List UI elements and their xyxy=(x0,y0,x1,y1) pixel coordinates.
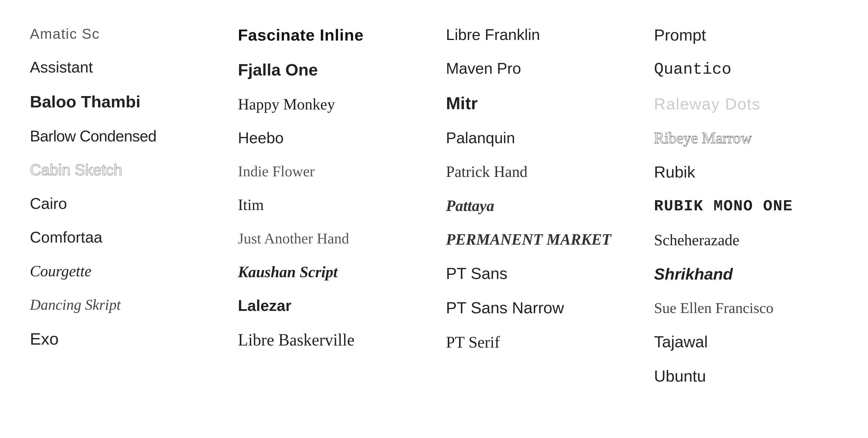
font-item-libre-franklin[interactable]: Libre Franklin xyxy=(440,18,636,52)
font-item-lalezar[interactable]: Lalezar xyxy=(232,289,428,323)
font-item-raleway-dots[interactable]: Raleway Dots xyxy=(648,87,844,121)
font-label-pattaya: Pattaya xyxy=(446,197,494,214)
font-item-permanent-market[interactable]: Permanent Market xyxy=(440,223,636,256)
font-item-prompt[interactable]: Prompt xyxy=(648,18,844,52)
font-item-rubik-mono-one[interactable]: RUBIK MONO ONE xyxy=(648,190,844,223)
font-item-fjalla-one[interactable]: Fjalla One xyxy=(232,52,428,88)
font-item-assistant[interactable]: Assistant xyxy=(24,50,220,84)
font-label-indie-flower: Indie Flower xyxy=(238,163,315,180)
font-label-fascinate-inline: Fascinate Inline xyxy=(238,26,364,44)
font-item-pt-serif[interactable]: PT Serif xyxy=(440,325,636,360)
font-item-dancing-skript[interactable]: Dancing Skript xyxy=(24,288,220,321)
font-label-baloo-thambi: Baloo Thambi xyxy=(30,93,141,111)
font-item-cabin-sketch[interactable]: Cabin Sketch xyxy=(24,153,220,187)
font-label-just-another-hand: Just Another Hand xyxy=(238,230,349,247)
font-item-shrikhand[interactable]: Shrikhand xyxy=(648,257,844,291)
font-item-rubik[interactable]: Rubik xyxy=(648,155,844,189)
font-label-amatic-sc: Amatic Sc xyxy=(30,26,100,42)
column-2: Fascinate InlineFjalla OneHappy MonkeyHe… xyxy=(232,18,428,393)
font-item-sue-ellen-francisco[interactable]: Sue Ellen Francisco xyxy=(648,292,844,325)
font-label-pt-sans: PT Sans xyxy=(446,265,507,282)
font-label-barlow-condensed: Barlow Condensed xyxy=(30,128,156,145)
font-label-pt-sans-narrow: PT Sans Narrow xyxy=(446,299,564,316)
font-label-kaushan-script: Kaushan Script xyxy=(238,264,338,280)
column-3: Libre FranklinMaven ProMitrPalanquinPatr… xyxy=(440,18,636,393)
font-item-libre-baskerville[interactable]: Libre Baskerville xyxy=(232,323,428,358)
font-item-indie-flower[interactable]: Indie Flower xyxy=(232,155,428,188)
font-label-ubuntu: Ubuntu xyxy=(654,367,706,385)
font-label-sue-ellen-francisco: Sue Ellen Francisco xyxy=(654,300,774,316)
font-item-heebo[interactable]: Heebo xyxy=(232,121,428,155)
font-item-just-another-hand[interactable]: Just Another Hand xyxy=(232,222,428,255)
font-label-prompt: Prompt xyxy=(654,26,706,44)
font-item-ribeye-marrow[interactable]: Ribeye Marrow xyxy=(648,121,844,155)
font-item-mitr[interactable]: Mitr xyxy=(440,85,636,121)
font-label-heebo: Heebo xyxy=(238,130,284,146)
font-label-happy-monkey: Happy Monkey xyxy=(238,96,335,113)
font-label-quantico: Quantico xyxy=(654,61,732,78)
font-item-ubuntu[interactable]: Ubuntu xyxy=(648,359,844,393)
font-label-libre-franklin: Libre Franklin xyxy=(446,26,540,43)
font-label-assistant: Assistant xyxy=(30,59,93,76)
font-label-palanquin: Palanquin xyxy=(446,130,515,146)
font-item-fascinate-inline[interactable]: Fascinate Inline xyxy=(232,18,428,52)
font-label-pt-serif: PT Serif xyxy=(446,334,500,351)
font-label-lalezar: Lalezar xyxy=(238,297,291,314)
font-label-tajawal: Tajawal xyxy=(654,333,708,350)
column-1: Amatic ScAssistantBaloo ThambiBarlow Con… xyxy=(24,18,220,393)
font-label-permanent-market: Permanent Market xyxy=(446,231,611,248)
font-label-patrick-hand: Patrick Hand xyxy=(446,163,527,180)
font-item-pt-sans[interactable]: PT Sans xyxy=(440,256,636,291)
font-item-exo[interactable]: Exo xyxy=(24,321,220,357)
font-label-raleway-dots: Raleway Dots xyxy=(654,95,761,113)
font-item-comfortaa[interactable]: Comfortaa xyxy=(24,221,220,254)
font-item-patrick-hand[interactable]: Patrick Hand xyxy=(440,155,636,189)
font-item-pattaya[interactable]: Pattaya xyxy=(440,189,636,223)
font-item-itim[interactable]: Itim xyxy=(232,188,428,222)
font-label-fjalla-one: Fjalla One xyxy=(238,61,318,79)
font-item-tajawal[interactable]: Tajawal xyxy=(648,325,844,359)
font-item-barlow-condensed[interactable]: Barlow Condensed xyxy=(24,119,220,153)
font-label-exo: Exo xyxy=(30,330,59,348)
font-label-ribeye-marrow: Ribeye Marrow xyxy=(654,130,752,146)
font-label-rubik: Rubik xyxy=(654,163,695,181)
font-label-mitr: Mitr xyxy=(446,94,477,113)
font-label-dancing-skript: Dancing Skript xyxy=(30,297,121,313)
font-item-pt-sans-narrow[interactable]: PT Sans Narrow xyxy=(440,291,636,325)
font-item-palanquin[interactable]: Palanquin xyxy=(440,121,636,155)
font-label-libre-baskerville: Libre Baskerville xyxy=(238,331,354,349)
font-label-cabin-sketch: Cabin Sketch xyxy=(30,161,122,178)
font-label-comfortaa: Comfortaa xyxy=(30,229,102,246)
font-label-itim: Itim xyxy=(238,196,264,213)
font-item-scheherazade[interactable]: Scheherazade xyxy=(648,223,844,257)
font-label-scheherazade: Scheherazade xyxy=(654,232,740,248)
column-4: PromptQuanticoRaleway DotsRibeye MarrowR… xyxy=(648,18,844,393)
font-label-maven-pro: Maven Pro xyxy=(446,60,521,77)
font-item-happy-monkey[interactable]: Happy Monkey xyxy=(232,88,428,121)
font-item-maven-pro[interactable]: Maven Pro xyxy=(440,52,636,85)
font-item-courgette[interactable]: Courgette xyxy=(24,254,220,288)
font-item-quantico[interactable]: Quantico xyxy=(648,52,844,87)
font-grid: Amatic ScAssistantBaloo ThambiBarlow Con… xyxy=(0,0,868,411)
font-label-shrikhand: Shrikhand xyxy=(654,265,733,283)
font-label-rubik-mono-one: RUBIK MONO ONE xyxy=(654,198,793,215)
font-label-courgette: Courgette xyxy=(30,263,91,279)
font-item-baloo-thambi[interactable]: Baloo Thambi xyxy=(24,84,220,119)
font-item-amatic-sc[interactable]: Amatic Sc xyxy=(24,18,220,50)
font-item-cairo[interactable]: Cairo xyxy=(24,187,220,221)
font-label-cairo: Cairo xyxy=(30,195,67,212)
font-item-kaushan-script[interactable]: Kaushan Script xyxy=(232,255,428,289)
